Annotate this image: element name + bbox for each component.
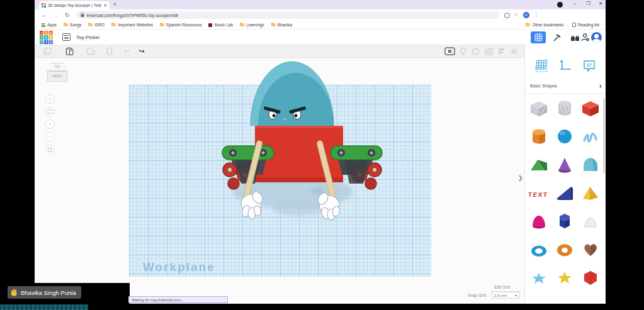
profile-avatar[interactable]: N <box>523 12 529 18</box>
paste-icon[interactable] <box>65 47 74 55</box>
reload-icon[interactable]: ↻ <box>65 13 70 18</box>
shape-tube[interactable] <box>554 239 575 260</box>
bookmark-apps[interactable]: Apps <box>42 23 57 27</box>
bookmarks-bar: Apps Songs ISRO Important Websites Spani… <box>35 21 606 30</box>
workplane-label: Workplane <box>143 260 215 274</box>
ungroup-icon[interactable] <box>485 48 493 55</box>
shape-category-select[interactable]: Basic Shapes <box>530 84 557 88</box>
new-tab-button[interactable]: + <box>113 2 116 8</box>
shape-cylinder-hole[interactable] <box>554 97 575 119</box>
design-title[interactable]: Toy-Picker <box>76 35 99 40</box>
perspective-toggle-button[interactable] <box>45 145 55 154</box>
shape-cylinder[interactable] <box>528 126 550 147</box>
shape-round-roof[interactable] <box>580 154 601 175</box>
shape-paraboloid[interactable] <box>528 211 550 232</box>
copy-icon[interactable] <box>43 47 52 55</box>
screen: 3D design Toy-Scooper | Tinker... ✕ + – … <box>0 0 644 310</box>
shape-wedge[interactable] <box>554 182 575 204</box>
zoom-in-button[interactable]: + <box>45 119 55 129</box>
view-cube-front[interactable]: FRONT <box>47 71 67 82</box>
snap-grid-select[interactable]: 1.0 mm▾ <box>492 292 519 299</box>
shape-torus[interactable] <box>528 239 550 260</box>
view-cube-top[interactable]: TOP <box>47 63 67 71</box>
shape-sphere[interactable] <box>554 126 575 147</box>
url-text: tinkercad.com/things/0xTrPf4R5U-toy-scoo… <box>87 13 178 18</box>
properties-icon[interactable] <box>62 33 71 41</box>
view-cube[interactable]: TOP FRONT <box>45 63 70 86</box>
shape-scribble[interactable] <box>580 126 601 147</box>
collaborate-button[interactable] <box>577 31 592 43</box>
forward-icon[interactable]: → <box>53 13 59 18</box>
category-stepper-icon[interactable]: ▴▾ <box>599 84 601 88</box>
3d-viewport[interactable]: Workplane <box>35 58 524 304</box>
shape-ico[interactable] <box>580 267 601 289</box>
undo-icon[interactable]: ↩ <box>124 48 130 55</box>
shape-polygon[interactable] <box>554 211 575 232</box>
toy-picker-model[interactable] <box>205 58 387 228</box>
reading-list-icon <box>572 23 576 27</box>
home-view-button[interactable]: ⌂ <box>45 94 55 104</box>
group-icon[interactable] <box>472 48 480 55</box>
restore-button[interactable]: ❐ <box>586 1 590 6</box>
shape-box[interactable] <box>580 97 601 119</box>
zoom-out-button[interactable]: − <box>45 132 55 141</box>
bookmark-songs[interactable]: Songs <box>64 23 81 27</box>
duplicate-icon[interactable] <box>86 47 95 55</box>
delete-icon[interactable] <box>106 47 113 55</box>
minecraft-mode-button[interactable] <box>550 31 565 43</box>
redo-icon[interactable]: ↪ <box>138 48 144 55</box>
bookmark-music-lab[interactable]: Music Lab <box>208 23 233 27</box>
other-bookmarks[interactable]: Other bookmarks <box>526 23 563 27</box>
browser-tab[interactable]: 3D design Toy-Scooper | Tinker... ✕ <box>39 1 110 9</box>
bookmark-important-websites[interactable]: Important Websites <box>111 23 153 27</box>
address-bar[interactable]: tinkercad.com/things/0xTrPf4R5U-toy-scoo… <box>76 11 499 19</box>
shape-star[interactable] <box>528 267 550 289</box>
browser-menu-icon[interactable]: ⋮ <box>534 13 539 18</box>
workplane-pin-icon[interactable] <box>460 47 466 55</box>
extensions-icon[interactable] <box>504 13 510 18</box>
panel-scrollbar[interactable] <box>603 97 605 173</box>
shape-grid: TEXT <box>526 97 603 289</box>
back-icon[interactable]: ← <box>41 13 47 18</box>
apps-grid-icon <box>42 23 45 27</box>
window-close-button[interactable]: ✕ <box>599 1 602 6</box>
bookmark-spanish-resources[interactable]: Spanish Resources <box>160 23 201 27</box>
black-dot-icon <box>557 2 563 8</box>
browser-titlebar: 3D design Toy-Scooper | Tinker... ✕ + – … <box>35 0 606 9</box>
shape-roof[interactable] <box>528 154 550 175</box>
show-all-icon[interactable] <box>444 47 455 55</box>
workplane-tool-icon[interactable] <box>534 58 549 74</box>
lock-icon <box>81 13 84 18</box>
grid-tile-icon <box>534 33 543 42</box>
minimize-button[interactable]: – <box>573 1 576 6</box>
shape-half-sphere[interactable] <box>580 211 601 232</box>
mirror-icon[interactable] <box>510 47 518 55</box>
shape-pyramid[interactable] <box>580 182 601 204</box>
shape-box-hole[interactable] <box>528 97 550 119</box>
shape-star-5[interactable] <box>554 267 575 289</box>
videocall-strip <box>0 304 88 310</box>
user-avatar[interactable] <box>591 32 602 43</box>
tab-close-icon[interactable]: ✕ <box>103 3 107 8</box>
bookmark-bhavika[interactable]: Bhavika <box>271 23 292 27</box>
dome-head <box>251 62 334 126</box>
shape-text[interactable]: TEXT <box>528 182 550 204</box>
bookmark-learnings[interactable]: Learnings <box>240 23 264 27</box>
bookmark-isro[interactable]: ISRO <box>88 23 105 27</box>
pickaxe-icon <box>553 33 562 42</box>
fit-view-button[interactable] <box>45 107 55 116</box>
notes-tool-icon[interactable] <box>582 58 597 74</box>
bookmark-star-icon[interactable]: ☆ <box>514 13 519 18</box>
browser-status-bubble: Waiting for csg.tinkercad.com... <box>128 296 228 303</box>
edit-grid-button[interactable]: Edit Grid <box>494 285 510 289</box>
shape-heart[interactable] <box>580 239 601 260</box>
ruler-tool-icon[interactable] <box>558 58 573 74</box>
shape-cone[interactable] <box>554 154 575 175</box>
panel-collapse-icon[interactable]: ❯ <box>518 175 523 181</box>
align-icon[interactable] <box>498 47 505 55</box>
presenter-name: Bhavika Singh Punia <box>21 289 76 296</box>
3d-design-mode-button[interactable] <box>531 31 546 43</box>
reading-list[interactable]: Reading list <box>572 23 599 27</box>
tinkercad-logo[interactable]: TIN KER CAD <box>40 31 53 44</box>
shapes-panel: Basic Shapes ▴▾ TEXT <box>524 45 606 304</box>
